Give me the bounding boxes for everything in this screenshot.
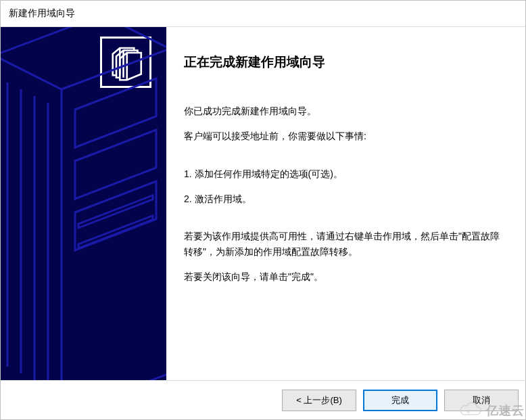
step-1: 1. 添加任何作用域特定的选项(可选)。	[184, 166, 508, 182]
cancel-button[interactable]: 取消	[444, 390, 519, 411]
finish-button[interactable]: 完成	[363, 390, 437, 411]
prereq-intro: 客户端可以接受地址前，你需要做以下事情:	[184, 129, 508, 144]
page-heading: 正在完成新建作用域向导	[184, 51, 508, 72]
step-2: 2. 激活作用域。	[184, 191, 508, 207]
ha-hint: 若要为该作用域提供高可用性，请通过右键单击作用域，然后单击"配置故障转移"，为新…	[184, 229, 508, 260]
dialog-body: 正在完成新建作用域向导 你已成功完成新建作用域向导。 客户端可以接受地址前，你需…	[1, 26, 525, 380]
completion-text: 你已成功完成新建作用域向导。	[184, 103, 508, 119]
svg-rect-8	[78, 216, 153, 248]
button-row: < 上一步(B) 完成 取消	[1, 380, 525, 419]
folders-icon	[100, 37, 151, 88]
wizard-dialog: 新建作用域向导	[0, 0, 526, 420]
close-hint: 若要关闭该向导，请单击"完成"。	[184, 269, 508, 285]
back-button[interactable]: < 上一步(B)	[282, 390, 356, 411]
svg-rect-7	[78, 195, 153, 228]
wizard-side-panel	[1, 27, 166, 380]
window-title: 新建作用域向导	[9, 7, 75, 20]
title-bar: 新建作用域向导	[1, 1, 525, 26]
wizard-content: 正在完成新建作用域向导 你已成功完成新建作用域向导。 客户端可以接受地址前，你需…	[166, 27, 525, 380]
